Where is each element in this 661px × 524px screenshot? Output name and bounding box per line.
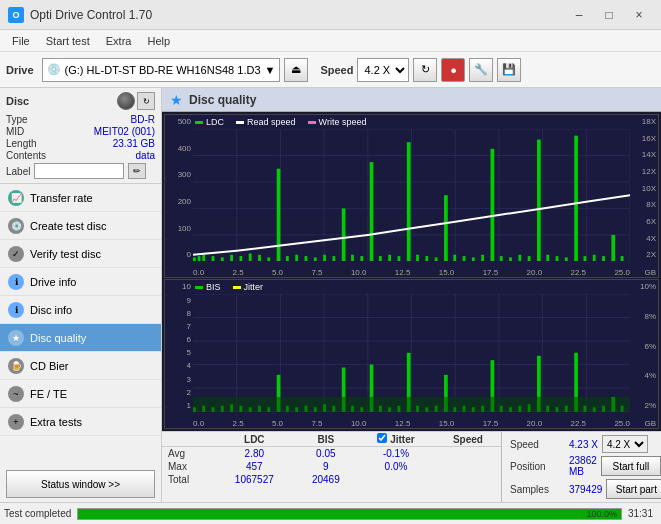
save-button[interactable]: 💾 <box>497 58 521 82</box>
chart1-legend: LDC Read speed Write speed <box>195 117 366 127</box>
svg-rect-19 <box>212 256 215 261</box>
drive-selector[interactable]: 💿 (G:) HL-DT-ST BD-RE WH16NS48 1.D3 ▼ <box>42 58 281 82</box>
svg-rect-41 <box>416 255 419 262</box>
disc-mid-row: MID MEIT02 (001) <box>6 126 155 137</box>
max-speed <box>435 460 501 473</box>
refresh-button[interactable]: ↻ <box>413 58 437 82</box>
nav-items: 📈 Transfer rate 💿 Create test disc ✓ Ver… <box>0 184 161 466</box>
fe-te-icon: ~ <box>8 386 24 402</box>
max-label: Max <box>162 460 214 473</box>
bis-legend-item: BIS <box>195 282 221 292</box>
svg-rect-50 <box>500 256 503 261</box>
svg-rect-22 <box>239 256 242 261</box>
sidebar-item-drive-info[interactable]: ℹ Drive info <box>0 268 161 296</box>
chart1-y-left: 500 400 300 200 100 0 <box>165 115 193 261</box>
chart2-svg <box>193 294 630 412</box>
x-label-0.0: 0.0 <box>193 268 204 277</box>
progress-text: 100.0% <box>586 509 617 519</box>
svg-rect-35 <box>360 256 363 261</box>
eject-button[interactable]: ⏏ <box>284 58 308 82</box>
y2-label-5: 5 <box>167 348 191 357</box>
status-window-button[interactable]: Status window >> <box>6 470 155 498</box>
svg-rect-18 <box>202 255 205 262</box>
sidebar-item-disc-quality[interactable]: ★ Disc quality <box>0 324 161 352</box>
chart2-y-left: 10 9 8 7 6 5 4 3 2 1 <box>165 280 193 412</box>
svg-rect-53 <box>528 256 531 261</box>
disc-label-input[interactable] <box>34 163 124 179</box>
speed-right-select[interactable]: 4.2 X <box>602 435 648 453</box>
nav-label-disc-quality: Disc quality <box>30 332 86 344</box>
disc-contents-value: data <box>136 150 155 161</box>
menu-file[interactable]: File <box>4 33 38 49</box>
start-part-button[interactable]: Start part <box>606 479 661 499</box>
svg-rect-60 <box>593 255 596 262</box>
max-bis: 9 <box>294 460 357 473</box>
svg-rect-43 <box>435 257 438 261</box>
y2-label-4: 4 <box>167 361 191 370</box>
y2-label-2: 2 <box>167 388 191 397</box>
sidebar-item-disc-info[interactable]: ℹ Disc info <box>0 296 161 324</box>
avg-ldc: 2.80 <box>214 447 294 461</box>
start-full-button[interactable]: Start full <box>601 456 661 476</box>
y-right-6x: 6X <box>646 217 656 226</box>
scan-button[interactable]: ● <box>441 58 465 82</box>
x2-15.0: 15.0 <box>439 419 455 428</box>
speed-select[interactable]: 4.2 X 8X 12X <box>357 58 409 82</box>
svg-rect-36 <box>370 162 374 261</box>
x-label-7.5: 7.5 <box>311 268 322 277</box>
sidebar-item-verify-test-disc[interactable]: ✓ Verify test disc <box>0 240 161 268</box>
progress-bar-fill <box>78 509 621 519</box>
total-speed <box>435 473 501 486</box>
x-label-15.0: 15.0 <box>439 268 455 277</box>
menu-help[interactable]: Help <box>139 33 178 49</box>
svg-rect-46 <box>463 256 466 261</box>
menu-extra[interactable]: Extra <box>98 33 140 49</box>
menu-start-test[interactable]: Start test <box>38 33 98 49</box>
y2-right-6pct: 6% <box>644 342 656 351</box>
total-jitter <box>357 473 435 486</box>
svg-rect-17 <box>198 256 201 261</box>
sidebar-item-transfer-rate[interactable]: 📈 Transfer rate <box>0 184 161 212</box>
close-button[interactable]: × <box>625 4 653 26</box>
menubar: File Start test Extra Help <box>0 30 661 52</box>
disc-refresh-btn[interactable]: ↻ <box>137 92 155 110</box>
stats-area: LDC BIS Jitter Speed Avg 2.80 0.05 <box>162 431 661 502</box>
avg-jitter: -0.1% <box>357 447 435 461</box>
nav-label-fe-te: FE / TE <box>30 388 67 400</box>
read-speed-legend-item: Read speed <box>236 117 296 127</box>
x2-10.0: 10.0 <box>351 419 367 428</box>
nav-label-create-test-disc: Create test disc <box>30 220 106 232</box>
sidebar-item-extra-tests[interactable]: + Extra tests <box>0 408 161 436</box>
options-button[interactable]: 🔧 <box>469 58 493 82</box>
read-speed-legend-dot <box>236 121 244 124</box>
sidebar-item-cd-bier[interactable]: 🍺 CD Bier <box>0 352 161 380</box>
speed-right-label: Speed <box>510 439 565 450</box>
y-right-14x: 14X <box>642 150 656 159</box>
svg-rect-126 <box>193 397 630 412</box>
x2-12.5: 12.5 <box>395 419 411 428</box>
ldc-legend-label: LDC <box>206 117 224 127</box>
svg-rect-25 <box>267 257 270 261</box>
svg-rect-51 <box>509 257 512 261</box>
maximize-button[interactable]: □ <box>595 4 623 26</box>
main-area: Disc ↻ Type BD-R MID MEIT02 (001) Length… <box>0 88 661 502</box>
svg-rect-16 <box>193 257 196 261</box>
y2-right-8pct: 8% <box>644 312 656 321</box>
svg-rect-63 <box>621 256 624 261</box>
jitter-checkbox[interactable] <box>377 433 387 443</box>
sidebar-item-fe-te[interactable]: ~ FE / TE <box>0 380 161 408</box>
svg-rect-20 <box>221 257 224 261</box>
svg-rect-47 <box>472 257 475 261</box>
max-ldc: 457 <box>214 460 294 473</box>
disc-label-edit-btn[interactable]: ✏ <box>128 163 146 179</box>
window-controls: – □ × <box>565 4 653 26</box>
disc-quality-header: ★ Disc quality <box>162 88 661 112</box>
drive-dropdown-icon[interactable]: ▼ <box>265 64 276 76</box>
ldc-chart: LDC Read speed Write speed 500 400 300 <box>164 114 659 278</box>
y2-label-6: 6 <box>167 335 191 344</box>
sidebar-item-create-test-disc[interactable]: 💿 Create test disc <box>0 212 161 240</box>
minimize-button[interactable]: – <box>565 4 593 26</box>
write-speed-legend-dot <box>308 121 316 124</box>
y2-right-2pct: 2% <box>644 401 656 410</box>
col-jitter-check: Jitter <box>357 432 435 447</box>
